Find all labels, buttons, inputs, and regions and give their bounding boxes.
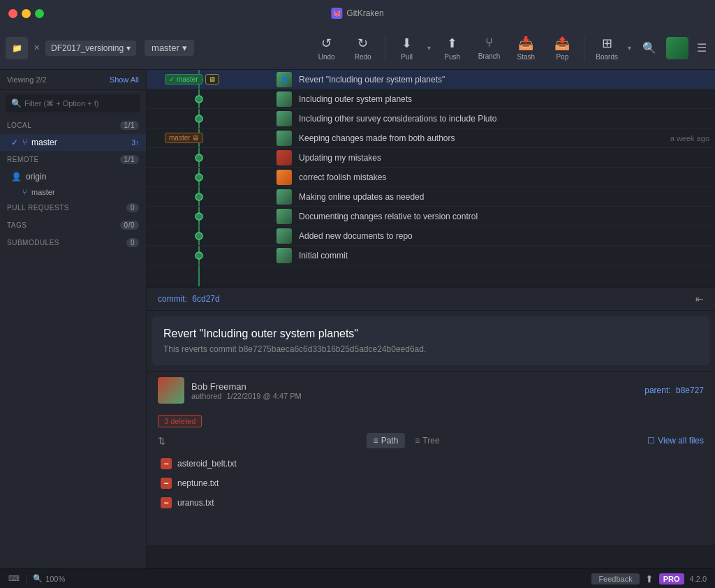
commit-row[interactable]: Including other survey considerations to… <box>147 109 715 128</box>
repo-folder-button[interactable]: 📁 <box>6 37 28 59</box>
branch-selector-button[interactable]: master ▾ <box>145 40 194 56</box>
pull-requests-section-header[interactable]: PULL REQUESTS 0 <box>0 199 146 216</box>
filter-row: 🔍 <box>6 94 140 112</box>
authored-label: authored <box>191 392 221 400</box>
commit-row[interactable]: Making online updates as needed <box>147 187 715 207</box>
app-icon: 🐙 <box>331 8 342 19</box>
separator: | <box>25 574 27 584</box>
boards-icon: ⊞ <box>602 36 612 51</box>
show-all-button[interactable]: Show All <box>110 75 139 84</box>
remote-section-header[interactable]: REMOTE 1/1 <box>0 151 146 168</box>
commit-row[interactable]: Including outer system planets <box>147 89 715 109</box>
pro-badge: PRO <box>659 573 684 585</box>
sidebar-item-origin[interactable]: 👤 origin <box>0 168 146 185</box>
commit-title: Revert "Including outer system planets" <box>163 328 698 340</box>
view-all-files-button[interactable]: ☐ View all files <box>647 436 704 446</box>
tree-tab-label: Tree <box>422 436 439 446</box>
commit-row[interactable]: Updating my mistakes <box>147 148 715 168</box>
app-title-text: GitKraken <box>346 8 383 18</box>
commit-author-row: Bob Freeman authored 1/22/2019 @ 4:47 PM… <box>147 371 715 409</box>
user-avatar-button[interactable] <box>666 37 688 59</box>
commit-row[interactable]: correct foolish mistakes <box>147 168 715 187</box>
origin-master-tag: master 🖥 <box>165 133 203 143</box>
pop-button[interactable]: 📤 Pop <box>545 33 580 64</box>
repo-name-button[interactable]: DF2017_versioning ▾ <box>45 41 136 56</box>
fullscreen-button[interactable] <box>35 9 44 18</box>
parent-hash: b8e727 <box>676 385 704 395</box>
repo-close-button[interactable]: ✕ <box>31 42 43 54</box>
commit-avatar <box>277 131 292 146</box>
commit-avatar <box>277 248 292 263</box>
pull-button[interactable]: ⬇ Pull <box>390 33 425 64</box>
commit-row[interactable]: Added new documents to repo <box>147 226 715 246</box>
commit-row[interactable]: Documenting changes relative to version … <box>147 207 715 226</box>
author-info: Bob Freeman authored 1/22/2019 @ 4:47 PM <box>191 381 637 400</box>
hamburger-menu-button[interactable]: ☰ <box>694 41 709 54</box>
commit-avatar <box>277 170 292 185</box>
traffic-lights <box>8 9 44 18</box>
file-name: asteroid_belt.txt <box>177 459 237 469</box>
monitor-icon: 🖥 <box>205 74 219 84</box>
commit-message: Making online updates as needed <box>296 192 709 202</box>
undo-button[interactable]: ↺ Undo <box>309 33 344 64</box>
repo-name-label: DF2017_versioning <box>51 43 124 53</box>
branch-sub-icon: ⑂ <box>22 188 27 196</box>
master-badge: 3↑ <box>131 139 139 147</box>
submodules-section-header[interactable]: SUBMODULES 0 <box>0 234 146 251</box>
file-item[interactable]: − neptune.txt <box>158 473 704 493</box>
author-date: authored 1/22/2019 @ 4:47 PM <box>191 392 637 400</box>
filter-input[interactable] <box>24 99 135 108</box>
path-tab[interactable]: ≡ Path <box>367 433 406 448</box>
author-pixel-art <box>158 377 184 404</box>
sidebar-item-origin-master[interactable]: ⑂ master <box>0 185 146 199</box>
local-section-header[interactable]: LOCAL 1/1 <box>0 117 146 134</box>
search-button[interactable]: 🔍 <box>638 37 661 59</box>
remote-count: 1/1 <box>120 155 139 164</box>
push-icon: ⬆ <box>447 36 457 51</box>
file-name: neptune.txt <box>177 478 219 488</box>
zoom-level: 🔍 100% <box>33 574 65 583</box>
filter-search-icon: 🔍 <box>11 98 22 108</box>
feedback-button[interactable]: Feedback <box>591 573 639 585</box>
stash-icon: 📥 <box>518 36 533 51</box>
bottom-panel: commit: 6cd27d ⇤ Revert "Including outer… <box>147 286 715 545</box>
minimize-button[interactable] <box>22 9 31 18</box>
expand-panel-button[interactable]: ⇤ <box>695 293 704 304</box>
separator <box>385 36 385 61</box>
pull-arrow-icon[interactable]: ▾ <box>425 41 434 54</box>
main-area: Viewing 2/2 Show All 🔍 LOCAL 1/1 ✓ ⑂ mas… <box>0 70 715 568</box>
commit-avatar: 👤 <box>277 72 292 87</box>
branch-button[interactable]: ⑂ Branch <box>471 33 508 63</box>
parent-label: parent: <box>644 385 670 395</box>
viewing-label: Viewing 2/2 <box>7 75 47 84</box>
commit-list: ✓ master 🖥 👤 Revert "Including outer sys… <box>147 70 715 265</box>
branch-icon: ⑂ <box>22 138 27 147</box>
commit-row[interactable]: master 🖥 Keeping changes made from both … <box>147 128 715 148</box>
update-icon: ⬆ <box>645 573 654 585</box>
push-button[interactable]: ⬆ Push <box>435 33 470 64</box>
commit-message: Including other survey considerations to… <box>296 114 709 124</box>
origin-master-label: master <box>31 188 55 196</box>
commit-row[interactable]: ✓ master 🖥 👤 Revert "Including outer sys… <box>147 70 715 89</box>
graph-area[interactable]: ✓ master 🖥 👤 Revert "Including outer sys… <box>147 70 715 286</box>
file-item[interactable]: − uranus.txt <box>158 493 704 513</box>
commit-row[interactable]: Initial commit <box>147 246 715 265</box>
commit-message: Initial commit <box>296 251 709 260</box>
files-toolbar: ⇅ ≡ Path ≡ Tree ☐ View all files <box>158 433 704 448</box>
commit-avatar <box>277 111 292 126</box>
branch-label: Branch <box>478 52 501 60</box>
boards-arrow-icon[interactable]: ▾ <box>625 41 634 54</box>
boards-button[interactable]: ⊞ Boards <box>589 33 625 64</box>
sort-button[interactable]: ⇅ <box>158 436 165 446</box>
checkmark-icon: ✓ <box>11 138 18 147</box>
tags-section-header[interactable]: TAGS 0/0 <box>0 216 146 234</box>
folder-icon: 📁 <box>12 43 22 53</box>
file-item[interactable]: − asteroid_belt.txt <box>158 454 704 473</box>
close-button[interactable] <box>8 9 17 18</box>
pull-requests-label: PULL REQUESTS <box>7 204 69 212</box>
sidebar-item-master[interactable]: ✓ ⑂ master 3↑ <box>0 134 146 151</box>
stash-button[interactable]: 📥 Stash <box>508 33 543 64</box>
tree-tab[interactable]: ≡ Tree <box>408 433 446 448</box>
zoom-icon: 🔍 <box>33 574 43 583</box>
redo-button[interactable]: ↻ Redo <box>346 33 381 64</box>
